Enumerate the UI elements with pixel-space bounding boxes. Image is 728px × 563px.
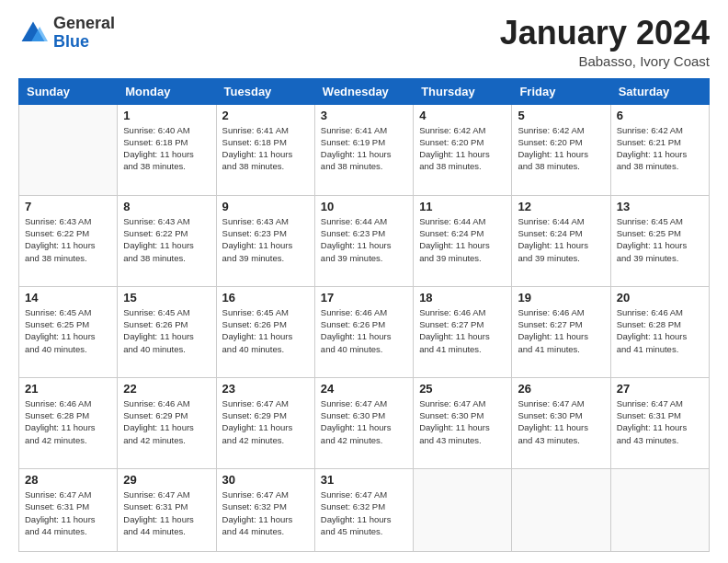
table-row: 28Sunrise: 6:47 AMSunset: 6:31 PMDayligh…: [19, 468, 118, 551]
day-info: Sunrise: 6:47 AMSunset: 6:30 PMDaylight:…: [518, 397, 604, 446]
day-number: 3: [321, 109, 407, 122]
table-row: 1Sunrise: 6:40 AMSunset: 6:18 PMDaylight…: [118, 104, 216, 195]
header-monday: Monday: [118, 78, 216, 104]
table-row: [414, 468, 512, 551]
day-info: Sunrise: 6:41 AMSunset: 6:19 PMDaylight:…: [321, 124, 407, 173]
day-info: Sunrise: 6:40 AMSunset: 6:18 PMDaylight:…: [123, 124, 210, 173]
day-number: 2: [222, 109, 309, 122]
day-info: Sunrise: 6:47 AMSunset: 6:30 PMDaylight:…: [321, 397, 407, 446]
table-row: 31Sunrise: 6:47 AMSunset: 6:32 PMDayligh…: [314, 468, 413, 551]
header-friday: Friday: [512, 78, 610, 104]
day-info: Sunrise: 6:46 AMSunset: 6:27 PMDaylight:…: [518, 306, 604, 355]
table-row: 6Sunrise: 6:42 AMSunset: 6:21 PMDaylight…: [610, 104, 709, 195]
table-row: 13Sunrise: 6:45 AMSunset: 6:25 PMDayligh…: [610, 195, 709, 286]
day-number: 20: [617, 291, 703, 304]
table-row: 25Sunrise: 6:47 AMSunset: 6:30 PMDayligh…: [414, 377, 512, 468]
table-row: 30Sunrise: 6:47 AMSunset: 6:32 PMDayligh…: [216, 468, 314, 551]
table-row: 20Sunrise: 6:46 AMSunset: 6:28 PMDayligh…: [610, 286, 709, 377]
day-number: 17: [321, 291, 407, 304]
table-row: 11Sunrise: 6:44 AMSunset: 6:24 PMDayligh…: [414, 195, 512, 286]
day-number: 9: [222, 200, 309, 213]
table-row: [512, 468, 610, 551]
day-number: 16: [222, 291, 309, 304]
location-subtitle: Babasso, Ivory Coast: [500, 53, 710, 69]
day-info: Sunrise: 6:42 AMSunset: 6:20 PMDaylight:…: [419, 124, 506, 173]
day-number: 7: [25, 200, 111, 213]
weekday-header-row: Sunday Monday Tuesday Wednesday Thursday…: [19, 78, 710, 104]
day-number: 28: [25, 473, 111, 487]
month-title: January 2024: [500, 15, 710, 52]
table-row: 2Sunrise: 6:41 AMSunset: 6:18 PMDaylight…: [216, 104, 314, 195]
header-wednesday: Wednesday: [314, 78, 413, 104]
day-info: Sunrise: 6:46 AMSunset: 6:29 PMDaylight:…: [123, 397, 210, 446]
day-info: Sunrise: 6:43 AMSunset: 6:22 PMDaylight:…: [123, 215, 210, 264]
table-row: [610, 468, 709, 551]
day-number: 6: [617, 109, 703, 122]
day-info: Sunrise: 6:44 AMSunset: 6:24 PMDaylight:…: [419, 215, 506, 264]
day-info: Sunrise: 6:46 AMSunset: 6:28 PMDaylight:…: [617, 306, 703, 355]
day-number: 26: [518, 382, 604, 396]
day-info: Sunrise: 6:45 AMSunset: 6:25 PMDaylight:…: [617, 215, 703, 264]
logo-icon: [18, 18, 48, 48]
table-row: 3Sunrise: 6:41 AMSunset: 6:19 PMDaylight…: [314, 104, 413, 195]
table-row: 12Sunrise: 6:44 AMSunset: 6:24 PMDayligh…: [512, 195, 610, 286]
day-number: 31: [321, 473, 407, 487]
day-number: 4: [419, 109, 506, 122]
day-number: 24: [321, 382, 407, 396]
day-info: Sunrise: 6:43 AMSunset: 6:23 PMDaylight:…: [222, 215, 309, 264]
day-number: 22: [123, 382, 210, 396]
calendar-table: Sunday Monday Tuesday Wednesday Thursday…: [18, 78, 710, 552]
day-number: 13: [617, 200, 703, 213]
day-info: Sunrise: 6:45 AMSunset: 6:26 PMDaylight:…: [222, 306, 309, 355]
day-info: Sunrise: 6:46 AMSunset: 6:28 PMDaylight:…: [25, 397, 111, 446]
header-sunday: Sunday: [19, 78, 118, 104]
table-row: 15Sunrise: 6:45 AMSunset: 6:26 PMDayligh…: [118, 286, 216, 377]
day-info: Sunrise: 6:45 AMSunset: 6:25 PMDaylight:…: [25, 306, 111, 355]
day-number: 25: [419, 382, 506, 396]
page: General Blue January 2024 Babasso, Ivory…: [0, 0, 728, 563]
day-number: 5: [518, 109, 604, 122]
day-info: Sunrise: 6:44 AMSunset: 6:24 PMDaylight:…: [518, 215, 604, 264]
day-info: Sunrise: 6:42 AMSunset: 6:20 PMDaylight:…: [518, 124, 604, 173]
table-row: 17Sunrise: 6:46 AMSunset: 6:26 PMDayligh…: [314, 286, 413, 377]
header-saturday: Saturday: [610, 78, 709, 104]
table-row: 14Sunrise: 6:45 AMSunset: 6:25 PMDayligh…: [19, 286, 118, 377]
table-row: 26Sunrise: 6:47 AMSunset: 6:30 PMDayligh…: [512, 377, 610, 468]
day-number: 10: [321, 200, 407, 213]
day-number: 12: [518, 200, 604, 213]
day-number: 8: [123, 200, 210, 213]
day-number: 23: [222, 382, 309, 396]
header: General Blue January 2024 Babasso, Ivory…: [18, 15, 710, 69]
table-row: [19, 104, 118, 195]
logo: General Blue: [18, 15, 115, 52]
title-block: January 2024 Babasso, Ivory Coast: [500, 15, 710, 69]
table-row: 19Sunrise: 6:46 AMSunset: 6:27 PMDayligh…: [512, 286, 610, 377]
day-info: Sunrise: 6:47 AMSunset: 6:31 PMDaylight:…: [617, 397, 703, 446]
logo-general: General: [53, 14, 115, 32]
table-row: 27Sunrise: 6:47 AMSunset: 6:31 PMDayligh…: [610, 377, 709, 468]
day-number: 15: [123, 291, 210, 304]
header-thursday: Thursday: [414, 78, 512, 104]
table-row: 18Sunrise: 6:46 AMSunset: 6:27 PMDayligh…: [414, 286, 512, 377]
table-row: 29Sunrise: 6:47 AMSunset: 6:31 PMDayligh…: [118, 468, 216, 551]
table-row: 24Sunrise: 6:47 AMSunset: 6:30 PMDayligh…: [314, 377, 413, 468]
day-info: Sunrise: 6:47 AMSunset: 6:31 PMDaylight:…: [123, 488, 210, 537]
table-row: 7Sunrise: 6:43 AMSunset: 6:22 PMDaylight…: [19, 195, 118, 286]
table-row: 10Sunrise: 6:44 AMSunset: 6:23 PMDayligh…: [314, 195, 413, 286]
day-number: 29: [123, 473, 210, 487]
day-number: 14: [25, 291, 111, 304]
day-number: 1: [123, 109, 210, 122]
day-info: Sunrise: 6:47 AMSunset: 6:32 PMDaylight:…: [222, 488, 309, 537]
day-info: Sunrise: 6:41 AMSunset: 6:18 PMDaylight:…: [222, 124, 309, 173]
day-info: Sunrise: 6:47 AMSunset: 6:29 PMDaylight:…: [222, 397, 309, 446]
day-info: Sunrise: 6:47 AMSunset: 6:32 PMDaylight:…: [321, 488, 407, 537]
header-tuesday: Tuesday: [216, 78, 314, 104]
table-row: 22Sunrise: 6:46 AMSunset: 6:29 PMDayligh…: [118, 377, 216, 468]
table-row: 5Sunrise: 6:42 AMSunset: 6:20 PMDaylight…: [512, 104, 610, 195]
day-info: Sunrise: 6:47 AMSunset: 6:30 PMDaylight:…: [419, 397, 506, 446]
logo-text: General Blue: [53, 15, 115, 52]
day-number: 27: [617, 382, 703, 396]
table-row: 4Sunrise: 6:42 AMSunset: 6:20 PMDaylight…: [414, 104, 512, 195]
table-row: 9Sunrise: 6:43 AMSunset: 6:23 PMDaylight…: [216, 195, 314, 286]
table-row: 23Sunrise: 6:47 AMSunset: 6:29 PMDayligh…: [216, 377, 314, 468]
